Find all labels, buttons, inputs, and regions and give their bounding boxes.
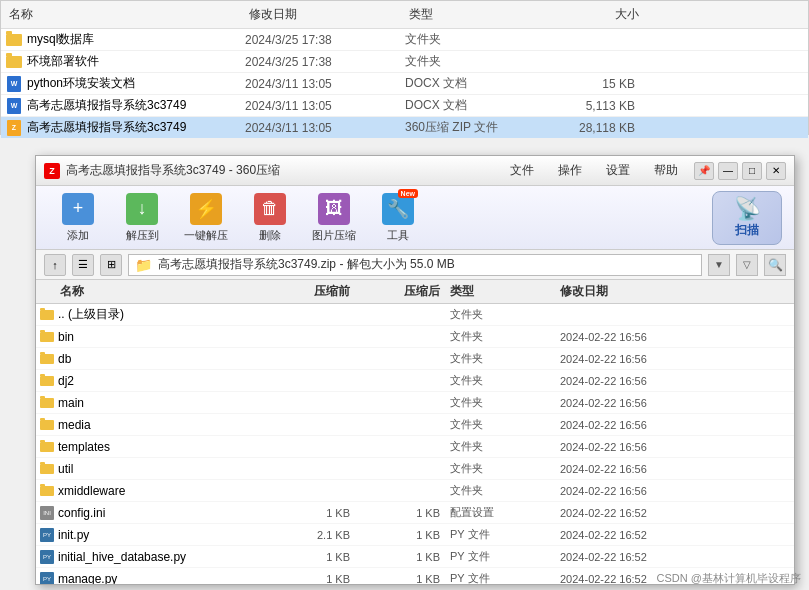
minimize-button[interactable]: —	[718, 162, 738, 180]
scan-label: 扫描	[735, 222, 759, 239]
py-icon: PY	[40, 550, 54, 564]
toolbar-btn-label: 添加	[67, 228, 89, 243]
search-button[interactable]: 🔍	[764, 254, 786, 276]
file-name: Z高考志愿填报指导系统3c3749	[5, 119, 245, 136]
toolbar-delete-button[interactable]: 🗑 删除	[240, 191, 300, 245]
archive-row[interactable]: media 文件夹 2024-02-22 16:56	[36, 414, 794, 436]
tools-icon: 🔧 New	[382, 193, 414, 225]
arch-col-type: 类型	[440, 283, 550, 300]
file-size: 5,113 KB	[535, 99, 635, 113]
archive-row[interactable]: dj2 文件夹 2024-02-22 16:56	[36, 370, 794, 392]
archive-row[interactable]: main 文件夹 2024-02-22 16:56	[36, 392, 794, 414]
menu-item[interactable]: 设置	[602, 160, 634, 181]
scan-button[interactable]: 📡 扫描	[712, 191, 782, 245]
menu-bar[interactable]: 文件操作设置帮助	[506, 160, 682, 181]
file-row[interactable]: W高考志愿填报指导系统3c3749 2024/3/11 13:05 DOCX 文…	[1, 95, 808, 117]
folder-icon	[5, 33, 23, 47]
toolbar-btn-label: 解压到	[126, 228, 159, 243]
file-type: 文件夹	[405, 31, 535, 48]
folder-icon	[40, 486, 54, 496]
arch-type: 文件夹	[440, 351, 550, 366]
archive-row[interactable]: xmiddleware 文件夹 2024-02-22 16:56	[36, 480, 794, 502]
archive-row[interactable]: bin 文件夹 2024-02-22 16:56	[36, 326, 794, 348]
col-date: 修改日期	[249, 6, 409, 23]
arch-file-name: xmiddleware	[40, 484, 260, 498]
col-type: 类型	[409, 6, 539, 23]
file-size: 15 KB	[535, 77, 635, 91]
menu-item[interactable]: 操作	[554, 160, 586, 181]
archive-row[interactable]: db 文件夹 2024-02-22 16:56	[36, 348, 794, 370]
archive-row[interactable]: PYinitial_hive_database.py 1 KB 1 KB PY …	[36, 546, 794, 568]
arch-date: 2024-02-22 16:52	[550, 551, 700, 563]
col-name: 名称	[9, 6, 249, 23]
archive-header: 名称 压缩前 压缩后 类型 修改日期	[36, 280, 794, 304]
file-name: mysql数据库	[5, 31, 245, 48]
file-date: 2024/3/11 13:05	[245, 77, 405, 91]
arch-file-name: PYmanage.py	[40, 572, 260, 585]
toolbar-add-button[interactable]: + 添加	[48, 191, 108, 245]
img-compress-icon: 🖼	[318, 193, 350, 225]
address-dropdown[interactable]: ▼	[708, 254, 730, 276]
toolbar-buttons: + 添加 ↓ 解压到 ⚡ 一键解压 🗑 删除 🖼 图片压缩 🔧 New	[48, 191, 428, 245]
arch-file-name: media	[40, 418, 260, 432]
folder-icon	[40, 376, 54, 386]
toolbar-btn-label: 删除	[259, 228, 281, 243]
py-icon: PY	[40, 528, 54, 542]
arch-type: 文件夹	[440, 307, 550, 322]
nav-up-button[interactable]: ↑	[44, 254, 66, 276]
file-date: 2024/3/11 13:05	[245, 121, 405, 135]
toolbar-tools-button[interactable]: 🔧 New 工具	[368, 191, 428, 245]
address-field[interactable]: 📁 高考志愿填报指导系统3c3749.zip - 解包大小为 55.0 MB	[128, 254, 702, 276]
file-row[interactable]: Wpython环境安装文档 2024/3/11 13:05 DOCX 文档 15…	[1, 73, 808, 95]
file-size: 28,118 KB	[535, 121, 635, 135]
file-date: 2024/3/25 17:38	[245, 33, 405, 47]
nav-list-button[interactable]: ☰	[72, 254, 94, 276]
nav-grid-button[interactable]: ⊞	[100, 254, 122, 276]
delete-icon: 🗑	[254, 193, 286, 225]
close-button[interactable]: ✕	[766, 162, 786, 180]
maximize-button[interactable]: □	[742, 162, 762, 180]
file-row[interactable]: mysql数据库 2024/3/25 17:38 文件夹	[1, 29, 808, 51]
py-icon: PY	[40, 572, 54, 585]
arch-type: 文件夹	[440, 461, 550, 476]
arch-date: 2024-02-22 16:56	[550, 353, 700, 365]
file-list: mysql数据库 2024/3/25 17:38 文件夹 环境部署软件 2024…	[1, 29, 808, 139]
file-name: Wpython环境安装文档	[5, 75, 245, 92]
archive-row[interactable]: util 文件夹 2024-02-22 16:56	[36, 458, 794, 480]
arch-compressed: 1 KB	[260, 507, 350, 519]
arch-date: 2024-02-22 16:52	[550, 529, 700, 541]
file-row[interactable]: 环境部署软件 2024/3/25 17:38 文件夹	[1, 51, 808, 73]
file-row[interactable]: Z高考志愿填报指导系统3c3749 2024/3/11 13:05 360压缩 …	[1, 117, 808, 139]
arch-file-name: PYinit.py	[40, 528, 260, 542]
menu-item[interactable]: 文件	[506, 160, 538, 181]
menu-item[interactable]: 帮助	[650, 160, 682, 181]
arch-original: 1 KB	[350, 551, 440, 563]
arch-file-name: bin	[40, 330, 260, 344]
archive-row[interactable]: PYmanage.py 1 KB 1 KB PY 文件 2024-02-22 1…	[36, 568, 794, 584]
arch-col-orig: 压缩后	[350, 283, 440, 300]
toolbar-extract-button[interactable]: ↓ 解压到	[112, 191, 172, 245]
arch-col-comp: 压缩前	[260, 283, 350, 300]
archive-row[interactable]: templates 文件夹 2024-02-22 16:56	[36, 436, 794, 458]
address-dropdown2[interactable]: ▽	[736, 254, 758, 276]
arch-original: 1 KB	[350, 573, 440, 585]
arch-original: 1 KB	[350, 529, 440, 541]
file-date: 2024/3/11 13:05	[245, 99, 405, 113]
arch-col-name: 名称	[40, 283, 260, 300]
arch-file-name: INIconfig.ini	[40, 506, 260, 520]
arch-date: 2024-02-22 16:56	[550, 485, 700, 497]
extract-icon: ↓	[126, 193, 158, 225]
arch-file-name: main	[40, 396, 260, 410]
archive-row[interactable]: PYinit.py 2.1 KB 1 KB PY 文件 2024-02-22 1…	[36, 524, 794, 546]
toolbar-img-compress-button[interactable]: 🖼 图片压缩	[304, 191, 364, 245]
pin-button[interactable]: 📌	[694, 162, 714, 180]
archive-row[interactable]: .. (上级目录) 文件夹	[36, 304, 794, 326]
toolbar: + 添加 ↓ 解压到 ⚡ 一键解压 🗑 删除 🖼 图片压缩 🔧 New	[36, 186, 794, 250]
archive-row[interactable]: INIconfig.ini 1 KB 1 KB 配置设置 2024-02-22 …	[36, 502, 794, 524]
arch-file-name: util	[40, 462, 260, 476]
ini-icon: INI	[40, 506, 54, 520]
folder-icon	[40, 310, 54, 320]
arch-date: 2024-02-22 16:56	[550, 419, 700, 431]
toolbar-one-click-button[interactable]: ⚡ 一键解压	[176, 191, 236, 245]
file-explorer: 名称 修改日期 类型 大小 mysql数据库 2024/3/25 17:38 文…	[0, 0, 809, 135]
